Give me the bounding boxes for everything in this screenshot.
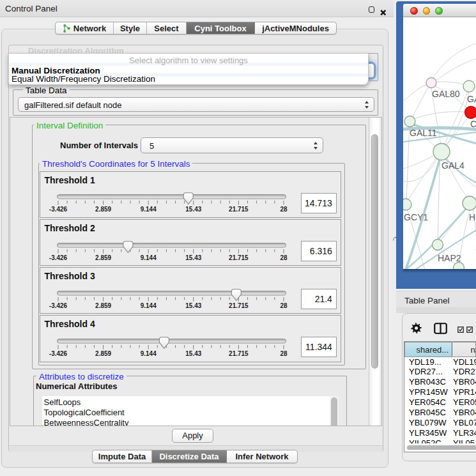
svg-text:15.43: 15.43 [186, 206, 202, 213]
svg-text:21.715: 21.715 [229, 254, 249, 261]
svg-text:28: 28 [280, 350, 288, 357]
svg-text:H: H [469, 212, 475, 222]
svg-text:GAL80: GAL80 [432, 89, 460, 99]
svg-text:HAP2: HAP2 [438, 253, 461, 263]
svg-text:C: C [470, 119, 476, 129]
svg-text:2.859: 2.859 [95, 302, 111, 309]
svg-text:2.859: 2.859 [95, 206, 111, 213]
svg-text:15.43: 15.43 [186, 254, 202, 261]
svg-text:-3.426: -3.426 [49, 254, 68, 261]
svg-text:-3.426: -3.426 [49, 302, 68, 309]
svg-text:21.715: 21.715 [229, 206, 249, 213]
svg-text:GAL4: GAL4 [441, 160, 464, 171]
svg-text:-3.426: -3.426 [49, 350, 68, 357]
svg-text:9.144: 9.144 [141, 302, 157, 309]
svg-text:2.859: 2.859 [95, 254, 111, 261]
svg-text:9.144: 9.144 [141, 254, 157, 261]
svg-text:GAL11: GAL11 [410, 128, 437, 138]
svg-text:2.859: 2.859 [95, 350, 111, 357]
svg-text:28: 28 [280, 206, 288, 213]
svg-text:15.43: 15.43 [186, 350, 202, 357]
svg-text:-3.426: -3.426 [49, 206, 68, 213]
svg-text:21.715: 21.715 [229, 302, 249, 309]
svg-text:15.43: 15.43 [186, 302, 202, 309]
svg-text:9.144: 9.144 [141, 350, 157, 357]
svg-text:GA: GA [467, 94, 476, 104]
svg-text:21.715: 21.715 [229, 350, 249, 357]
svg-text:GCY1: GCY1 [404, 212, 428, 222]
svg-text:28: 28 [280, 302, 288, 309]
svg-text:9.144: 9.144 [141, 206, 157, 213]
svg-text:28: 28 [280, 254, 288, 261]
